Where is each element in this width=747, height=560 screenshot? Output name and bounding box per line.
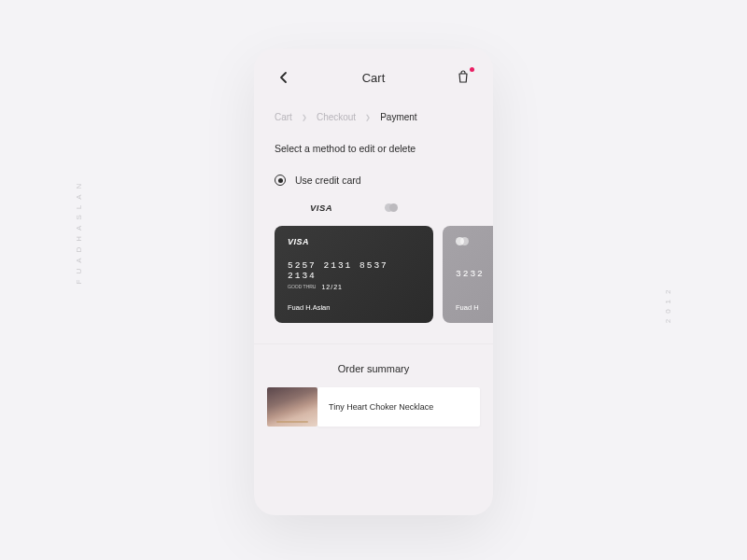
instruction-text: Select a method to edit or delete [254,139,493,175]
card-brand-tabs: VISA [254,203,493,220]
tab-visa[interactable]: VISA [310,203,332,213]
card-number: 5257 2131 8537 2134 [288,260,420,281]
credit-card-mastercard[interactable]: 3232 Fuad H [443,226,493,323]
chevron-right-icon: ❯ [302,114,307,121]
tab-mastercard[interactable] [385,203,400,213]
watermark-year: 2012 [665,285,673,324]
card-good-thru-label: GOOD THRU [288,285,316,289]
order-summary-title: Order summary [254,344,493,387]
breadcrumb-step-checkout[interactable]: Checkout [317,112,356,122]
watermark-author: FUADHASLAN [75,178,83,285]
breadcrumb-step-cart[interactable]: Cart [275,112,292,122]
page-title: Cart [362,71,386,85]
order-item[interactable]: Tiny Heart Choker Necklace [254,387,493,427]
breadcrumb-step-payment[interactable]: Payment [380,112,416,122]
cart-bag-button[interactable] [456,69,472,86]
credit-card-visa[interactable]: VISA 5257 2131 8537 2134 GOOD THRU 12/21… [275,226,433,323]
product-thumbnail [267,387,317,427]
radio-label: Use credit card [295,175,361,186]
chevron-right-icon: ❯ [365,114,371,121]
mastercard-icon [456,237,470,246]
back-button[interactable] [275,69,291,86]
card-expiry: 12/21 [321,284,343,290]
chevron-left-icon [278,71,288,84]
cart-badge [470,67,474,72]
cardholder-name: Fuad H [456,303,493,312]
breadcrumb: Cart ❯ Checkout ❯ Payment [254,99,493,139]
header: Cart [254,49,493,99]
card-brand-label: VISA [288,237,420,246]
payment-method-radio[interactable]: Use credit card [254,175,493,203]
cards-carousel[interactable]: VISA 5257 2131 8537 2134 GOOD THRU 12/21… [254,220,493,323]
card-number: 3232 [456,269,493,279]
product-name: Tiny Heart Choker Necklace [317,387,480,427]
radio-icon [275,175,286,186]
cardholder-name: Fuad H.Aslan [288,303,420,312]
phone-frame: Cart Cart ❯ Checkout ❯ Payment Select a … [254,49,493,515]
bag-icon [456,69,471,84]
